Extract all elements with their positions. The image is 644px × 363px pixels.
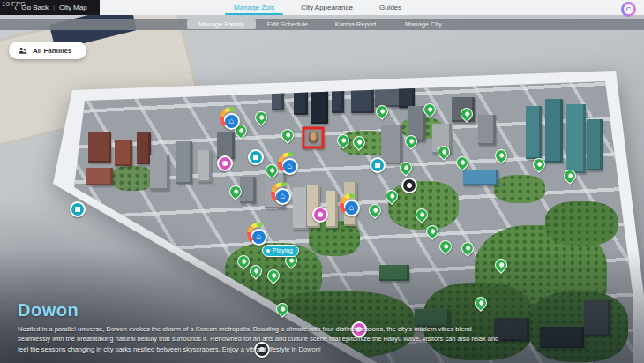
- city-description: Nestled in a parallel universe, Dowon ev…: [18, 324, 505, 354]
- family-residence-pin[interactable]: ⌂: [274, 188, 290, 204]
- families-icon: [18, 46, 27, 56]
- all-families-button[interactable]: All Families: [9, 42, 86, 59]
- topbar-divider: |: [53, 4, 55, 11]
- family-residence-pin[interactable]: ⌂: [281, 158, 297, 174]
- city-info-panel: Dowon Nestled in a parallel universe, Do…: [18, 300, 505, 354]
- sub-tab-bar: Manage Family Edit Schedule Karma Report…: [0, 19, 644, 30]
- tab-manage-zois[interactable]: Manage Zois: [232, 4, 276, 11]
- tab-city-appearance[interactable]: City Appearance: [299, 4, 355, 11]
- green-location-pin[interactable]: [495, 149, 507, 162]
- pink-venue-pin[interactable]: [312, 207, 328, 223]
- green-location-pin[interactable]: [423, 103, 436, 116]
- tab-guides[interactable]: Guides: [378, 4, 403, 11]
- status-dot-icon: [266, 249, 270, 253]
- green-location-pin[interactable]: [400, 162, 412, 174]
- green-location-pin[interactable]: [495, 259, 507, 271]
- green-location-pin[interactable]: [533, 158, 545, 170]
- green-location-pin[interactable]: [229, 185, 242, 198]
- green-location-pin[interactable]: [237, 255, 250, 268]
- currency-badge-letter: C: [624, 4, 633, 14]
- black-venue-pin[interactable]: [401, 178, 417, 193]
- main-tab-bar: Manage Zois City Appearance Guides: [232, 0, 403, 15]
- green-location-pin[interactable]: [416, 208, 428, 221]
- selected-zoi-pin[interactable]: [303, 127, 325, 149]
- green-location-pin[interactable]: [281, 129, 294, 141]
- fps-counter: 19 FPS: [2, 0, 26, 8]
- zoi-status-label[interactable]: Playing: [262, 245, 299, 257]
- green-location-pin[interactable]: [266, 164, 278, 177]
- pink-venue-pin[interactable]: [217, 155, 233, 171]
- green-location-pin[interactable]: [564, 170, 576, 182]
- top-bar: ‹ Go Back | City Map Manage Zois City Ap…: [0, 0, 644, 15]
- green-location-pin[interactable]: [267, 269, 280, 282]
- status-text: Playing: [273, 246, 293, 255]
- green-location-pin[interactable]: [337, 134, 349, 147]
- teal-venue-pin[interactable]: [70, 201, 86, 217]
- currency-badge-icon[interactable]: C: [621, 2, 636, 17]
- all-families-label: All Families: [33, 47, 71, 55]
- green-location-pin[interactable]: [369, 204, 381, 216]
- green-location-pin[interactable]: [353, 136, 365, 148]
- green-location-pin[interactable]: [438, 146, 450, 158]
- green-location-pin[interactable]: [250, 265, 262, 277]
- subtab-manage-city[interactable]: Manage City: [397, 19, 450, 30]
- green-location-pin[interactable]: [405, 135, 417, 147]
- city-map-label: City Map: [59, 4, 87, 11]
- city-name-title: Dowon: [18, 300, 505, 321]
- family-residence-pin[interactable]: ⌂: [251, 229, 266, 245]
- green-location-pin[interactable]: [456, 156, 468, 169]
- green-location-pin[interactable]: [255, 111, 267, 124]
- green-location-pin[interactable]: [376, 105, 388, 117]
- teal-venue-pin[interactable]: [248, 149, 264, 165]
- subtab-edit-schedule[interactable]: Edit Schedule: [261, 19, 314, 30]
- green-location-pin[interactable]: [426, 225, 438, 238]
- green-location-pin[interactable]: [461, 242, 474, 254]
- green-location-pin[interactable]: [439, 240, 452, 253]
- family-residence-pin[interactable]: ⌂: [223, 113, 239, 129]
- green-location-pin[interactable]: [461, 108, 473, 120]
- subtab-manage-family[interactable]: Manage Family: [187, 19, 256, 29]
- subtab-karma-report[interactable]: Karma Report: [329, 19, 382, 30]
- green-location-pin[interactable]: [386, 190, 398, 202]
- teal-venue-pin[interactable]: [370, 157, 386, 173]
- family-residence-pin[interactable]: ⌂: [343, 200, 359, 216]
